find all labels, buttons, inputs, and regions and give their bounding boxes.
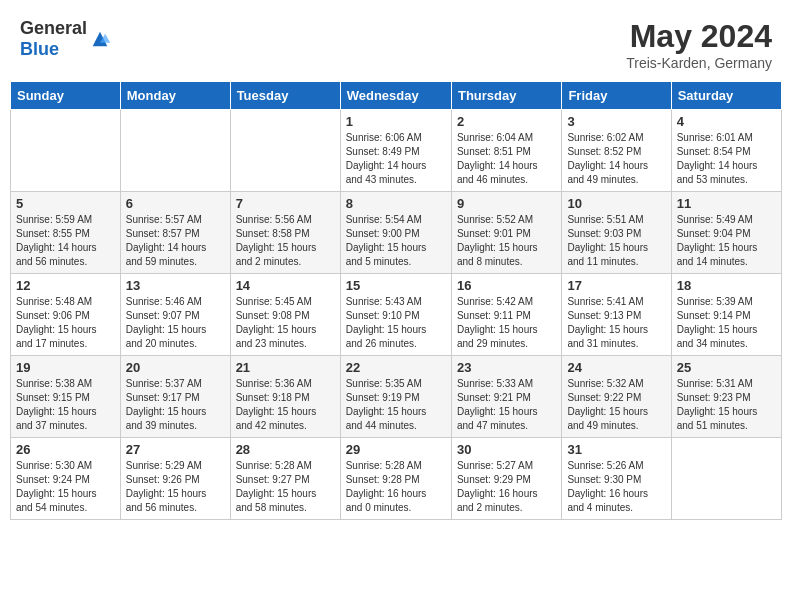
day-info: Sunrise: 5:32 AM Sunset: 9:22 PM Dayligh… [567, 377, 665, 433]
day-number: 19 [16, 360, 115, 375]
calendar-cell: 18Sunrise: 5:39 AM Sunset: 9:14 PM Dayli… [671, 274, 781, 356]
day-info: Sunrise: 5:41 AM Sunset: 9:13 PM Dayligh… [567, 295, 665, 351]
calendar-cell: 7Sunrise: 5:56 AM Sunset: 8:58 PM Daylig… [230, 192, 340, 274]
day-number: 9 [457, 196, 556, 211]
day-number: 30 [457, 442, 556, 457]
day-number: 13 [126, 278, 225, 293]
week-row: 1Sunrise: 6:06 AM Sunset: 8:49 PM Daylig… [11, 110, 782, 192]
calendar-cell: 12Sunrise: 5:48 AM Sunset: 9:06 PM Dayli… [11, 274, 121, 356]
day-of-week-sunday: Sunday [11, 82, 121, 110]
day-number: 12 [16, 278, 115, 293]
days-of-week-row: SundayMondayTuesdayWednesdayThursdayFrid… [11, 82, 782, 110]
calendar-cell: 23Sunrise: 5:33 AM Sunset: 9:21 PM Dayli… [451, 356, 561, 438]
calendar-cell: 21Sunrise: 5:36 AM Sunset: 9:18 PM Dayli… [230, 356, 340, 438]
calendar-table: SundayMondayTuesdayWednesdayThursdayFrid… [10, 81, 782, 520]
day-info: Sunrise: 5:35 AM Sunset: 9:19 PM Dayligh… [346, 377, 446, 433]
day-info: Sunrise: 6:06 AM Sunset: 8:49 PM Dayligh… [346, 131, 446, 187]
calendar-cell: 28Sunrise: 5:28 AM Sunset: 9:27 PM Dayli… [230, 438, 340, 520]
day-info: Sunrise: 5:36 AM Sunset: 9:18 PM Dayligh… [236, 377, 335, 433]
day-of-week-saturday: Saturday [671, 82, 781, 110]
day-of-week-tuesday: Tuesday [230, 82, 340, 110]
day-number: 14 [236, 278, 335, 293]
day-number: 23 [457, 360, 556, 375]
day-number: 8 [346, 196, 446, 211]
day-info: Sunrise: 5:48 AM Sunset: 9:06 PM Dayligh… [16, 295, 115, 351]
calendar-cell: 8Sunrise: 5:54 AM Sunset: 9:00 PM Daylig… [340, 192, 451, 274]
day-info: Sunrise: 6:04 AM Sunset: 8:51 PM Dayligh… [457, 131, 556, 187]
day-number: 21 [236, 360, 335, 375]
calendar-cell [120, 110, 230, 192]
calendar-cell: 14Sunrise: 5:45 AM Sunset: 9:08 PM Dayli… [230, 274, 340, 356]
day-number: 1 [346, 114, 446, 129]
day-info: Sunrise: 5:38 AM Sunset: 9:15 PM Dayligh… [16, 377, 115, 433]
calendar-cell: 25Sunrise: 5:31 AM Sunset: 9:23 PM Dayli… [671, 356, 781, 438]
day-number: 3 [567, 114, 665, 129]
day-info: Sunrise: 5:29 AM Sunset: 9:26 PM Dayligh… [126, 459, 225, 515]
calendar-cell: 9Sunrise: 5:52 AM Sunset: 9:01 PM Daylig… [451, 192, 561, 274]
day-number: 26 [16, 442, 115, 457]
day-number: 29 [346, 442, 446, 457]
week-row: 19Sunrise: 5:38 AM Sunset: 9:15 PM Dayli… [11, 356, 782, 438]
day-info: Sunrise: 5:30 AM Sunset: 9:24 PM Dayligh… [16, 459, 115, 515]
day-info: Sunrise: 5:27 AM Sunset: 9:29 PM Dayligh… [457, 459, 556, 515]
day-number: 2 [457, 114, 556, 129]
day-number: 18 [677, 278, 776, 293]
calendar-cell [671, 438, 781, 520]
day-number: 22 [346, 360, 446, 375]
calendar-cell: 30Sunrise: 5:27 AM Sunset: 9:29 PM Dayli… [451, 438, 561, 520]
calendar-cell: 11Sunrise: 5:49 AM Sunset: 9:04 PM Dayli… [671, 192, 781, 274]
calendar-cell: 13Sunrise: 5:46 AM Sunset: 9:07 PM Dayli… [120, 274, 230, 356]
calendar-cell: 17Sunrise: 5:41 AM Sunset: 9:13 PM Dayli… [562, 274, 671, 356]
title-area: May 2024 Treis-Karden, Germany [626, 18, 772, 71]
calendar-cell [230, 110, 340, 192]
calendar-cell: 3Sunrise: 6:02 AM Sunset: 8:52 PM Daylig… [562, 110, 671, 192]
day-info: Sunrise: 5:39 AM Sunset: 9:14 PM Dayligh… [677, 295, 776, 351]
logo: General Blue [20, 18, 111, 60]
calendar-cell: 16Sunrise: 5:42 AM Sunset: 9:11 PM Dayli… [451, 274, 561, 356]
day-number: 25 [677, 360, 776, 375]
day-number: 31 [567, 442, 665, 457]
logo-icon [89, 28, 111, 50]
day-of-week-friday: Friday [562, 82, 671, 110]
day-number: 7 [236, 196, 335, 211]
day-number: 11 [677, 196, 776, 211]
calendar-cell: 19Sunrise: 5:38 AM Sunset: 9:15 PM Dayli… [11, 356, 121, 438]
day-info: Sunrise: 5:56 AM Sunset: 8:58 PM Dayligh… [236, 213, 335, 269]
day-number: 10 [567, 196, 665, 211]
day-info: Sunrise: 5:43 AM Sunset: 9:10 PM Dayligh… [346, 295, 446, 351]
week-row: 26Sunrise: 5:30 AM Sunset: 9:24 PM Dayli… [11, 438, 782, 520]
calendar-cell: 29Sunrise: 5:28 AM Sunset: 9:28 PM Dayli… [340, 438, 451, 520]
day-number: 27 [126, 442, 225, 457]
calendar-cell: 27Sunrise: 5:29 AM Sunset: 9:26 PM Dayli… [120, 438, 230, 520]
logo-general: General [20, 18, 87, 38]
day-info: Sunrise: 5:28 AM Sunset: 9:27 PM Dayligh… [236, 459, 335, 515]
calendar-cell: 2Sunrise: 6:04 AM Sunset: 8:51 PM Daylig… [451, 110, 561, 192]
calendar-cell: 20Sunrise: 5:37 AM Sunset: 9:17 PM Dayli… [120, 356, 230, 438]
day-info: Sunrise: 5:54 AM Sunset: 9:00 PM Dayligh… [346, 213, 446, 269]
day-info: Sunrise: 5:37 AM Sunset: 9:17 PM Dayligh… [126, 377, 225, 433]
calendar-cell: 31Sunrise: 5:26 AM Sunset: 9:30 PM Dayli… [562, 438, 671, 520]
calendar-header: SundayMondayTuesdayWednesdayThursdayFrid… [11, 82, 782, 110]
calendar-cell: 10Sunrise: 5:51 AM Sunset: 9:03 PM Dayli… [562, 192, 671, 274]
calendar-cell: 1Sunrise: 6:06 AM Sunset: 8:49 PM Daylig… [340, 110, 451, 192]
day-info: Sunrise: 5:49 AM Sunset: 9:04 PM Dayligh… [677, 213, 776, 269]
month-title: May 2024 [626, 18, 772, 55]
day-info: Sunrise: 5:31 AM Sunset: 9:23 PM Dayligh… [677, 377, 776, 433]
day-number: 17 [567, 278, 665, 293]
week-row: 12Sunrise: 5:48 AM Sunset: 9:06 PM Dayli… [11, 274, 782, 356]
day-of-week-wednesday: Wednesday [340, 82, 451, 110]
calendar-cell: 15Sunrise: 5:43 AM Sunset: 9:10 PM Dayli… [340, 274, 451, 356]
logo-blue: Blue [20, 39, 59, 59]
calendar-cell: 4Sunrise: 6:01 AM Sunset: 8:54 PM Daylig… [671, 110, 781, 192]
calendar-cell: 22Sunrise: 5:35 AM Sunset: 9:19 PM Dayli… [340, 356, 451, 438]
day-number: 15 [346, 278, 446, 293]
week-row: 5Sunrise: 5:59 AM Sunset: 8:55 PM Daylig… [11, 192, 782, 274]
page-header: General Blue May 2024 Treis-Karden, Germ… [10, 10, 782, 77]
day-info: Sunrise: 6:01 AM Sunset: 8:54 PM Dayligh… [677, 131, 776, 187]
day-info: Sunrise: 5:59 AM Sunset: 8:55 PM Dayligh… [16, 213, 115, 269]
day-number: 4 [677, 114, 776, 129]
calendar-cell: 26Sunrise: 5:30 AM Sunset: 9:24 PM Dayli… [11, 438, 121, 520]
day-number: 16 [457, 278, 556, 293]
calendar-body: 1Sunrise: 6:06 AM Sunset: 8:49 PM Daylig… [11, 110, 782, 520]
day-info: Sunrise: 5:33 AM Sunset: 9:21 PM Dayligh… [457, 377, 556, 433]
